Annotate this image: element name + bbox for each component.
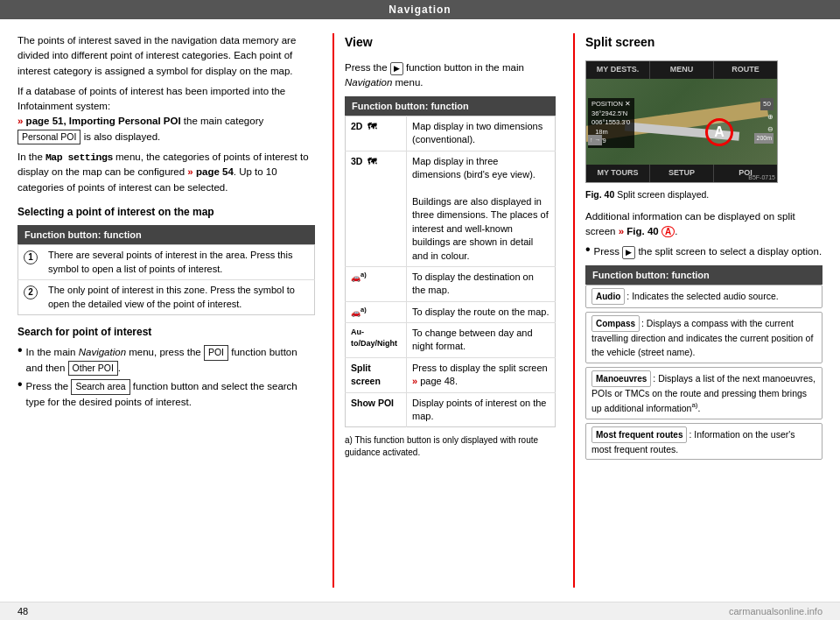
circle-num-cell: 2 bbox=[18, 280, 44, 315]
label-2d: 2D 🗺 bbox=[346, 116, 407, 151]
nav-route: ROUTE bbox=[714, 61, 777, 79]
frequent-routes-label: Most frequent routes bbox=[592, 426, 687, 443]
arrow-split: » bbox=[619, 226, 624, 236]
label-poi: Show POI bbox=[346, 392, 407, 427]
info-box-audio: Audio: Indicates the selected audio sour… bbox=[585, 285, 822, 308]
table-row-route: 🚗a) To display the route on the map. bbox=[346, 301, 556, 322]
row-text: There are several points of interest in … bbox=[43, 245, 315, 280]
intro-para-1: The points of interest saved in the navi… bbox=[18, 33, 315, 79]
left-func-table-header: Function button: function bbox=[18, 225, 315, 245]
map-area: POSITION ✕ 36°2942.5'N 006°1553.3'0 18m … bbox=[586, 79, 777, 165]
split-bullet-dot: • bbox=[585, 243, 591, 259]
page-number: 48 bbox=[18, 606, 28, 616]
table-row-daynight: Au-to/Day/Night To change between day an… bbox=[346, 323, 556, 358]
arrow-icon-3: » bbox=[412, 376, 417, 386]
map-overlay-num: 50 bbox=[760, 98, 774, 110]
search-bullet-1: • In the main Navigation menu, press the… bbox=[18, 345, 315, 376]
search-bullet-2: • Press the Search area function button … bbox=[18, 379, 315, 410]
left-column: The points of interest saved in the navi… bbox=[18, 33, 315, 588]
nav-screen-image: MY DESTS. MENU ROUTE POSITION ✕ 36°2942.… bbox=[585, 60, 778, 183]
label-daynight: Au-to/Day/Night bbox=[346, 323, 407, 358]
other-poi-box: Other POI bbox=[68, 361, 118, 377]
info-box-manoeuvres: Manoeuvres: Displays a list of the next … bbox=[585, 367, 822, 419]
bullet-dot-2: • bbox=[18, 377, 23, 410]
search-area-box: Search area bbox=[71, 379, 130, 395]
table-row-dest: 🚗a) To display the destination on the ma… bbox=[346, 266, 556, 301]
label-route: 🚗a) bbox=[346, 301, 407, 322]
personal-poi-box: Personal POI bbox=[18, 130, 80, 145]
left-func-table: 1 There are several points of interest i… bbox=[18, 244, 315, 315]
map-zoom-icon: ⊕ bbox=[767, 112, 774, 123]
nav-setup: SETUP bbox=[650, 165, 714, 182]
info-box-compass: Compass: Displays a compass with the cur… bbox=[585, 312, 822, 363]
nav-menu: MENU bbox=[650, 61, 714, 79]
info-box-frequent-routes: Most frequent routes: Information on the… bbox=[585, 423, 822, 461]
middle-column: View Press the ▶ function button in the … bbox=[332, 33, 556, 588]
map-scale: 200m bbox=[754, 133, 774, 144]
row-text: The only point of interest in this zone.… bbox=[43, 280, 315, 315]
view-intro: Press the ▶ function button in the main … bbox=[345, 60, 556, 91]
right-func-table-header: Function button: function bbox=[585, 265, 822, 285]
figure-caption: Fig. 40 Split screen displayed. bbox=[585, 188, 822, 202]
circle-2: 2 bbox=[24, 285, 38, 299]
label-3d: 3D 🗺 bbox=[346, 151, 407, 266]
map-settings-para: In the Map settings menu, the categories… bbox=[18, 150, 315, 195]
text-2d: Map display in two dimensions (conventio… bbox=[407, 116, 556, 151]
circle-1: 1 bbox=[24, 250, 38, 264]
circle-a-ref: A bbox=[662, 226, 675, 237]
select-heading: Selecting a point of interest on the map bbox=[18, 204, 315, 220]
split-bullet: • Press ▶ the split screen to select a d… bbox=[585, 244, 822, 259]
nav-top-bar: MY DESTS. MENU ROUTE bbox=[586, 61, 777, 79]
view-title: View bbox=[345, 33, 556, 53]
table-row-poi: Show POI Display points of interest on t… bbox=[346, 392, 556, 427]
nav-my-tours: MY TOURS bbox=[586, 165, 650, 182]
table-row-split: Split screen Press to display the split … bbox=[346, 357, 556, 392]
search-heading: Search for point of interest bbox=[18, 324, 315, 340]
nav-my-dests: MY DESTS. bbox=[586, 61, 650, 79]
arrow-icon-2: » bbox=[187, 166, 192, 177]
footnote-mid: a) This function button is only displaye… bbox=[345, 434, 556, 459]
split-info-text: Additional information can be displayed … bbox=[585, 209, 822, 240]
manoeuvres-label: Manoeuvres bbox=[592, 370, 651, 387]
table-row: 1 There are several points of interest i… bbox=[18, 245, 315, 280]
bullet-dot-1: • bbox=[18, 343, 23, 376]
manoeuvres-footnote-ref: a) bbox=[691, 401, 697, 409]
circle-a-marker: A bbox=[705, 118, 733, 146]
page-header: Navigation bbox=[0, 0, 840, 19]
mid-func-table-header: Function button: function bbox=[345, 96, 556, 116]
poi-box: POI bbox=[204, 345, 228, 361]
text-daynight: To change between day and night format. bbox=[407, 323, 556, 358]
header-title: Navigation bbox=[388, 4, 451, 16]
view-btn-icon: ▶ bbox=[390, 62, 403, 75]
text-poi: Display points of interest on the map. bbox=[407, 392, 556, 427]
split-bullet-text: Press ▶ the split screen to select a dis… bbox=[594, 244, 822, 259]
label-dest: 🚗a) bbox=[346, 266, 407, 301]
text-split: Press to display the split screen » page… bbox=[407, 357, 556, 392]
audio-label: Audio bbox=[592, 288, 625, 305]
fig-num-overlay: B5F-0715 bbox=[748, 173, 775, 183]
table-row-2d: 2D 🗺 Map display in two dimensions (conv… bbox=[346, 116, 556, 151]
watermark: carmanualsonline.info bbox=[729, 606, 822, 616]
bottom-bar: 48 carmanualsonline.info bbox=[0, 602, 840, 620]
intro-para-2: If a database of points of interest has … bbox=[18, 84, 315, 144]
compass-label: Compass bbox=[592, 315, 640, 332]
table-row-3d: 3D 🗺 Map display in three dimensions (bi… bbox=[346, 151, 556, 266]
text-3d: Map display in three dimensions (bird's … bbox=[407, 151, 556, 266]
text-dest: To display the destination on the map. bbox=[407, 266, 556, 301]
mid-func-table: 2D 🗺 Map display in two dimensions (conv… bbox=[345, 116, 556, 427]
text-route: To display the route on the map. bbox=[407, 301, 556, 322]
search-bullet-2-text: Press the Search area function button an… bbox=[26, 379, 315, 410]
label-split: Split screen bbox=[346, 357, 407, 392]
split-btn-icon: ▶ bbox=[622, 246, 635, 259]
table-row: 2 The only point of interest in this zon… bbox=[18, 280, 315, 315]
map-arrows: ↑ → bbox=[588, 135, 602, 146]
right-column: Split screen MY DESTS. MENU ROUTE POSITI… bbox=[573, 33, 822, 588]
split-screen-title: Split screen bbox=[585, 33, 822, 53]
fig-num: Fig. 40 bbox=[585, 189, 614, 200]
search-bullet-1-text: In the main Navigation menu, press the P… bbox=[26, 345, 315, 376]
arrow-icon: » bbox=[18, 116, 23, 126]
circle-num-cell: 1 bbox=[18, 245, 44, 280]
map-settings-label: Map settings bbox=[46, 151, 113, 163]
